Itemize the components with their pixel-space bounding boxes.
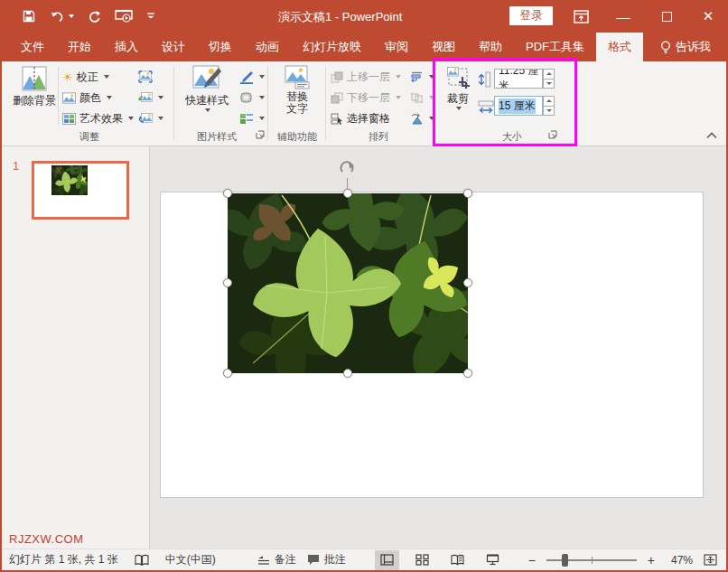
customize-qat-button[interactable] [146, 12, 155, 21]
tab-insert[interactable]: 插入 [103, 33, 150, 61]
zoom-in-button[interactable]: + [648, 553, 655, 567]
ribbon: 删除背景 ☀ 校正 颜色 艺术效果 调整 快速样 [2, 61, 726, 146]
tab-file[interactable]: 文件 [9, 33, 56, 61]
undo-button[interactable] [50, 10, 74, 23]
tab-design[interactable]: 设计 [150, 33, 197, 61]
shape-height-spinner[interactable] [543, 69, 555, 89]
ribbon-display-options-button[interactable] [567, 0, 594, 33]
crop-button[interactable]: 裁剪 [441, 64, 475, 110]
picture-effects-button[interactable] [239, 89, 265, 107]
redo-button[interactable] [88, 10, 101, 23]
group-objects-icon [410, 92, 424, 104]
save-button[interactable] [22, 9, 36, 23]
notes-button[interactable]: 备注 [257, 552, 296, 567]
picture-styles-dialog-launcher[interactable] [256, 130, 265, 139]
slide-sorter-view-button[interactable] [410, 550, 434, 570]
align-button[interactable] [410, 68, 434, 86]
send-backward-button[interactable]: 下移一层 [331, 89, 401, 107]
collapse-ribbon-button[interactable] [706, 132, 717, 139]
quick-styles-button[interactable]: 快速样式 [179, 64, 235, 112]
slide-1-thumbnail[interactable] [32, 161, 129, 220]
shape-height-input[interactable]: 11.25 厘米 [494, 69, 543, 89]
reset-picture-button[interactable] [138, 109, 163, 127]
remove-background-button[interactable]: 删除背景 [9, 64, 60, 107]
corrections-button[interactable]: ☀ 校正 [62, 68, 109, 86]
tab-animations[interactable]: 动画 [244, 33, 291, 61]
window-title: 演示文稿1 - PowerPoint [278, 9, 402, 25]
height-spin-down[interactable] [543, 80, 555, 89]
width-spin-up[interactable] [543, 96, 555, 107]
selection-pane-button[interactable]: 选择窗格 [331, 109, 390, 127]
spell-check-icon[interactable] [135, 554, 149, 567]
picture-layout-button[interactable] [239, 109, 265, 127]
zoom-slider-handle[interactable] [562, 554, 568, 567]
compress-picture-button[interactable] [138, 68, 153, 86]
slide-editing-canvas[interactable] [150, 146, 726, 549]
picture-styles-group-label: 图片样式 [179, 130, 255, 144]
rotate-handle[interactable] [339, 161, 356, 178]
rotate-button[interactable] [410, 109, 434, 127]
fit-to-window-icon[interactable] [704, 554, 717, 566]
minimize-button[interactable]: — [610, 0, 637, 33]
tab-home[interactable]: 开始 [56, 33, 103, 61]
tab-help[interactable]: 帮助 [467, 33, 514, 61]
bring-forward-button[interactable]: 上移一层 [331, 68, 401, 86]
qat-more-icon [146, 12, 155, 21]
maximize-button[interactable] [653, 0, 680, 33]
shape-width-input[interactable]: 15 厘米 [494, 96, 543, 116]
tab-view[interactable]: 视图 [420, 33, 467, 61]
tab-tell-me[interactable]: 告诉我 [649, 33, 723, 61]
tab-pdf-tools[interactable]: PDF工具集 [514, 33, 596, 61]
picture-layout-icon [239, 112, 254, 125]
resize-handle-s[interactable] [343, 369, 352, 378]
watermark-text: RJZXW.COM [9, 532, 84, 546]
artistic-effects-icon [62, 113, 76, 125]
tab-review[interactable]: 审阅 [373, 33, 420, 61]
picture-border-button[interactable] [239, 68, 265, 86]
shape-width-spinner[interactable] [543, 96, 555, 116]
resize-handle-sw[interactable] [223, 369, 232, 378]
resize-handle-nw[interactable] [223, 189, 232, 198]
slideshow-view-button[interactable] [481, 550, 505, 570]
resize-handle-se[interactable] [463, 369, 472, 378]
selection-pane-icon [331, 113, 343, 125]
shape-width-icon [477, 99, 495, 116]
color-button[interactable]: 颜色 [62, 89, 112, 107]
height-spin-up[interactable] [543, 69, 555, 80]
color-icon [62, 92, 76, 104]
zoom-level[interactable]: 47% [666, 554, 693, 567]
undo-dropdown-caret[interactable] [69, 14, 74, 18]
language-status[interactable]: 中文(中国) [165, 552, 216, 567]
picture-border-icon [239, 70, 254, 84]
adjust-group-label: 调整 [9, 130, 170, 144]
save-icon [22, 9, 36, 23]
comments-button[interactable]: 批注 [307, 552, 346, 567]
normal-view-icon [380, 554, 394, 566]
size-dialog-launcher[interactable] [548, 130, 557, 139]
tab-format[interactable]: 格式 [596, 33, 643, 61]
reading-view-button[interactable] [445, 550, 470, 570]
selected-picture[interactable] [228, 193, 468, 373]
alt-text-button[interactable]: 替换文字 [273, 64, 322, 115]
send-backward-icon [331, 92, 343, 104]
resize-handle-n[interactable] [343, 189, 352, 198]
tab-slideshow[interactable]: 幻灯片放映 [291, 33, 373, 61]
zoom-slider[interactable] [546, 559, 637, 561]
artistic-effects-button[interactable]: 艺术效果 [62, 109, 134, 127]
resize-handle-e[interactable] [463, 278, 472, 287]
group-button[interactable] [410, 89, 434, 107]
tab-transitions[interactable]: 切换 [197, 33, 244, 61]
resize-handle-ne[interactable] [463, 189, 472, 198]
ribbon-display-options-icon [574, 10, 589, 23]
normal-view-button[interactable] [375, 550, 399, 570]
sign-in-button[interactable]: 登录 [509, 6, 553, 25]
change-picture-button[interactable] [138, 89, 163, 107]
close-button[interactable]: ✕ [695, 0, 722, 33]
width-spin-down[interactable] [543, 107, 555, 117]
zoom-out-button[interactable]: − [528, 553, 536, 567]
accessibility-group-label: 辅助功能 [271, 130, 323, 144]
change-picture-icon [138, 91, 153, 104]
resize-handle-w[interactable] [223, 278, 232, 287]
start-slideshow-button[interactable] [115, 9, 133, 23]
slide-count-status[interactable]: 幻灯片 第 1 张, 共 1 张 [9, 552, 118, 567]
